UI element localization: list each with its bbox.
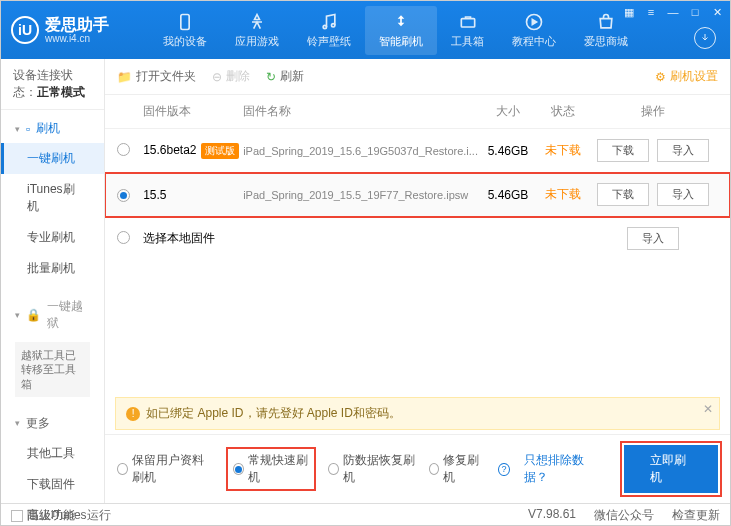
delete-button: ⊖删除 (212, 68, 250, 85)
firmware-name: iPad_Spring_2019_15.6_19G5037d_Restore.i… (243, 145, 478, 157)
app-name: 爱思助手 (45, 16, 109, 34)
sidebar-item-other-tools[interactable]: 其他工具 (1, 438, 104, 469)
toolbar: 📁打开文件夹 ⊖删除 ↻刷新 ⚙刷机设置 (105, 59, 730, 95)
connection-status: 设备连接状态：正常模式 (1, 59, 104, 110)
nav-tutorial[interactable]: 教程中心 (498, 6, 570, 55)
nav-ringtones[interactable]: 铃声壁纸 (293, 6, 365, 55)
flash-options: 保留用户资料刷机 常规快速刷机 防数据恢复刷机 修复刷机 ? 只想排除数据？ 立… (105, 434, 730, 503)
row-radio[interactable] (117, 231, 130, 244)
import-button[interactable]: 导入 (657, 183, 709, 206)
main-content: 📁打开文件夹 ⊖删除 ↻刷新 ⚙刷机设置 固件版本 固件名称 大小 状态 操作 … (105, 59, 730, 503)
logo-icon: iU (11, 16, 39, 44)
firmware-size: 5.46GB (478, 144, 538, 158)
nav-flash[interactable]: 智能刷机 (365, 6, 437, 55)
firmware-row[interactable]: 15.6beta2测试版 iPad_Spring_2019_15.6_19G50… (105, 129, 730, 173)
sidebar-group-more[interactable]: ▾更多 (1, 409, 104, 438)
sidebar-item-pro-flash[interactable]: 专业刷机 (1, 222, 104, 253)
firmware-name: iPad_Spring_2019_15.5_19F77_Restore.ipsw (243, 189, 478, 201)
window-controls: ▦ ≡ — □ ✕ (622, 5, 724, 19)
minimize-icon[interactable]: — (666, 5, 680, 19)
table-header: 固件版本 固件名称 大小 状态 操作 (105, 95, 730, 129)
jailbreak-note: 越狱工具已转移至工具箱 (15, 342, 90, 397)
title-bar: iU 爱思助手 www.i4.cn 我的设备 应用游戏 铃声壁纸 智能刷机 工具… (1, 1, 730, 59)
flash-settings-button[interactable]: ⚙刷机设置 (655, 68, 718, 85)
wechat-link[interactable]: 微信公众号 (594, 507, 654, 524)
svg-point-2 (332, 23, 335, 26)
close-icon[interactable]: ✕ (710, 5, 724, 19)
version-label: V7.98.61 (528, 507, 576, 524)
import-button[interactable]: 导入 (627, 227, 679, 250)
firmware-table: 固件版本 固件名称 大小 状态 操作 15.6beta2测试版 iPad_Spr… (105, 95, 730, 393)
opt-fast-flash[interactable]: 常规快速刷机 (228, 449, 314, 489)
block-itunes-checkbox[interactable] (11, 510, 23, 522)
check-update-link[interactable]: 检查更新 (672, 507, 720, 524)
nav-apps[interactable]: 应用游戏 (221, 6, 293, 55)
flash-now-button[interactable]: 立即刷机 (624, 445, 718, 493)
exclude-data-link[interactable]: 只想排除数据？ (524, 452, 597, 486)
apple-id-notice: ! 如已绑定 Apple ID，请先登好 Apple ID和密码。 ✕ (115, 397, 720, 430)
download-button[interactable]: 下载 (597, 139, 649, 162)
sidebar-item-download-firmware[interactable]: 下载固件 (1, 469, 104, 500)
opt-keep-data[interactable]: 保留用户资料刷机 (117, 452, 214, 486)
row-radio[interactable] (117, 143, 130, 156)
notice-close-icon[interactable]: ✕ (703, 402, 713, 416)
help-icon[interactable]: ? (498, 463, 510, 476)
app-url: www.i4.cn (45, 33, 109, 44)
opt-anti-recovery[interactable]: 防数据恢复刷机 (328, 452, 415, 486)
app-logo: iU 爱思助手 www.i4.cn (11, 16, 109, 45)
firmware-size: 5.46GB (478, 188, 538, 202)
nav-toolbox[interactable]: 工具箱 (437, 6, 498, 55)
sidebar-item-itunes-flash[interactable]: iTunes刷机 (1, 174, 104, 222)
svg-point-1 (323, 25, 326, 28)
svg-rect-3 (461, 18, 474, 26)
open-folder-button[interactable]: 📁打开文件夹 (117, 68, 196, 85)
opt-repair-flash[interactable]: 修复刷机 (429, 452, 484, 486)
firmware-status: 未下载 (538, 142, 588, 159)
win-menu-icon[interactable]: ▦ (622, 5, 636, 19)
download-button[interactable]: 下载 (597, 183, 649, 206)
sidebar-group-jailbreak[interactable]: ▾🔒 一键越狱 (1, 292, 104, 338)
sidebar: 设备连接状态：正常模式 ▾▫ 刷机 一键刷机 iTunes刷机 专业刷机 批量刷… (1, 59, 105, 503)
sidebar-item-oneclick-flash[interactable]: 一键刷机 (1, 143, 104, 174)
sidebar-item-batch-flash[interactable]: 批量刷机 (1, 253, 104, 284)
beta-tag: 测试版 (201, 143, 239, 159)
import-button[interactable]: 导入 (657, 139, 709, 162)
sidebar-group-flash[interactable]: ▾▫ 刷机 (1, 114, 104, 143)
refresh-button[interactable]: ↻刷新 (266, 68, 304, 85)
download-manager-icon[interactable] (694, 27, 716, 49)
firmware-row-selected[interactable]: 15.5 iPad_Spring_2019_15.5_19F77_Restore… (105, 173, 730, 217)
info-icon: ! (126, 407, 140, 421)
firmware-status: 未下载 (538, 186, 588, 203)
maximize-icon[interactable]: □ (688, 5, 702, 19)
status-bar: 阻止iTunes运行 V7.98.61 微信公众号 检查更新 (1, 503, 730, 526)
nav-my-device[interactable]: 我的设备 (149, 6, 221, 55)
main-nav: 我的设备 应用游戏 铃声壁纸 智能刷机 工具箱 教程中心 爱思商城 (149, 6, 642, 55)
svg-rect-0 (181, 14, 189, 29)
row-radio[interactable] (117, 189, 130, 202)
win-settings-icon[interactable]: ≡ (644, 5, 658, 19)
local-firmware-row[interactable]: 选择本地固件 导入 (105, 217, 730, 260)
